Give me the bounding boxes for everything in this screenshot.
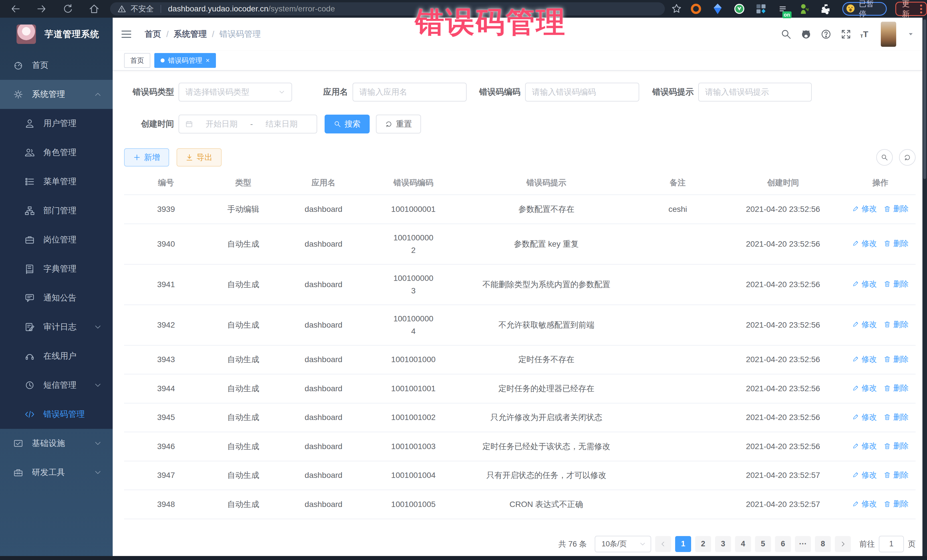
orange-ring-extension-icon[interactable] (690, 3, 702, 15)
edit-link[interactable]: 修改 (852, 237, 877, 250)
sidebar-item-5[interactable]: 部门管理 (0, 196, 112, 225)
sidebar-item-8[interactable]: 通知公告 (0, 284, 112, 313)
breadcrumb-item[interactable]: 错误码管理 (219, 29, 261, 40)
reset-button[interactable]: 重置 (376, 115, 421, 134)
breadcrumb: 首页/系统管理/错误码管理 (144, 29, 261, 40)
sidebar-item-1[interactable]: 系统管理 (0, 80, 112, 109)
tab-active[interactable]: 错误码管理× (154, 53, 216, 68)
date-range-picker[interactable]: 开始日期 - 结束日期 (179, 115, 317, 134)
edit-link[interactable]: 修改 (852, 498, 877, 510)
sidebar-item-12[interactable]: 错误码管理 (0, 400, 112, 429)
breadcrumb-item[interactable]: 首页 (144, 29, 161, 40)
vue-devtools-extension-icon[interactable] (733, 3, 745, 15)
delete-link[interactable]: 删除 (884, 278, 909, 290)
export-button[interactable]: 导出 (176, 148, 222, 167)
update-button[interactable]: 更新 (895, 2, 927, 16)
page-button-2[interactable]: 2 (695, 536, 711, 552)
delete-link[interactable]: 删除 (884, 353, 909, 366)
delete-link[interactable]: 删除 (884, 202, 909, 215)
delete-link[interactable]: 删除 (884, 237, 909, 250)
error-code-input[interactable]: 请输入错误码编码 (525, 83, 639, 102)
chevron-down-icon[interactable] (907, 30, 915, 38)
goto-page-input[interactable] (879, 536, 904, 552)
edit-link[interactable]: 修改 (852, 318, 877, 331)
sidebar-item-label: 岗位管理 (43, 234, 76, 246)
help-icon[interactable] (820, 29, 832, 40)
column-header: 备注 (635, 171, 721, 195)
delete-link[interactable]: 删除 (884, 469, 909, 481)
sidebar-item-label: 菜单管理 (43, 176, 76, 187)
grid-extension-icon[interactable] (755, 3, 767, 15)
blue-gem-extension-icon[interactable] (712, 3, 723, 15)
browser-menu-dots-icon[interactable] (920, 5, 922, 14)
page-button-1[interactable]: 1 (675, 536, 691, 552)
show-search-button[interactable] (876, 149, 893, 165)
close-icon[interactable]: × (206, 56, 210, 64)
sidebar-item-0[interactable]: 首页 (0, 51, 112, 80)
next-page-button[interactable] (835, 536, 851, 552)
tab-view[interactable]: 首页 (124, 53, 150, 68)
github-icon[interactable] (800, 29, 812, 40)
bookmark-star-icon[interactable] (671, 3, 682, 15)
edit-link[interactable]: 修改 (852, 202, 877, 215)
sidebar-item-13[interactable]: 基础设施 (0, 429, 112, 458)
browser-scrollbar[interactable] (922, 18, 927, 560)
error-tip-input[interactable]: 请输入错误码提示 (698, 83, 812, 102)
page-button-···[interactable]: ··· (795, 536, 811, 552)
delete-link[interactable]: 删除 (884, 318, 909, 331)
error-type-select[interactable]: 请选择错误码类型 (179, 83, 292, 102)
list-extension-icon[interactable]: on (777, 3, 789, 15)
sidebar-item-4[interactable]: 菜单管理 (0, 167, 112, 196)
sidebar-item-11[interactable]: 短信管理 (0, 371, 112, 400)
edit-link[interactable]: 修改 (852, 353, 877, 366)
page-button-4[interactable]: 4 (735, 536, 751, 552)
home-icon[interactable] (88, 3, 100, 15)
active-dot-icon (161, 58, 164, 62)
delete-link[interactable]: 删除 (884, 382, 909, 395)
green-key-extension-icon[interactable] (798, 3, 810, 15)
app-name-input[interactable]: 请输入应用名 (353, 83, 467, 102)
sidebar-item-9[interactable]: 审计日志 (0, 313, 112, 341)
edit-link[interactable]: 修改 (852, 469, 877, 481)
edit-pencil-icon (852, 385, 859, 392)
search-icon[interactable] (780, 29, 792, 40)
edit-link[interactable]: 修改 (852, 278, 877, 290)
url-bar[interactable]: 不安全 dashboard.yudao.iocoder.cn/system/er… (110, 2, 665, 15)
sidebar-item-2[interactable]: 用户管理 (0, 109, 112, 138)
scrollbar-thumb[interactable] (923, 20, 926, 179)
delete-link[interactable]: 删除 (884, 498, 909, 510)
prev-page-button[interactable] (655, 536, 671, 552)
edit-link[interactable]: 修改 (852, 382, 877, 395)
delete-link[interactable]: 删除 (884, 440, 909, 452)
sidebar-item-14[interactable]: 研发工具 (0, 458, 112, 487)
search-button[interactable]: 搜索 (325, 115, 370, 134)
refresh-table-button[interactable] (899, 149, 916, 165)
add-button[interactable]: 新增 (124, 148, 169, 167)
update-label: 更新 (902, 0, 916, 19)
breadcrumb-item[interactable]: 系统管理 (174, 29, 207, 40)
puzzle-extensions-icon[interactable] (820, 3, 832, 15)
user-avatar[interactable] (881, 22, 896, 47)
page-button-8[interactable]: 8 (815, 536, 831, 552)
profile-paused-badge[interactable]: 已暂停 (842, 2, 887, 16)
error-code-label: 错误码编码 (479, 87, 521, 98)
back-icon[interactable] (10, 3, 21, 15)
page-button-3[interactable]: 3 (715, 536, 731, 552)
notice-icon (24, 293, 35, 303)
forward-icon[interactable] (36, 3, 47, 15)
delete-link[interactable]: 删除 (884, 411, 909, 423)
edit-link[interactable]: 修改 (852, 440, 877, 452)
app-logo[interactable]: 芋道管理系统 (0, 18, 112, 51)
sidebar-item-10[interactable]: 在线用户 (0, 341, 112, 371)
collapse-menu-icon[interactable] (120, 28, 133, 41)
font-size-icon[interactable]: тT (860, 30, 868, 38)
sidebar-item-6[interactable]: 岗位管理 (0, 225, 112, 254)
edit-link[interactable]: 修改 (852, 411, 877, 423)
sidebar-item-7[interactable]: 字典管理 (0, 254, 112, 284)
page-button-6[interactable]: 6 (775, 536, 791, 552)
page-button-5[interactable]: 5 (755, 536, 771, 552)
sidebar-item-3[interactable]: 角色管理 (0, 138, 112, 167)
fullscreen-icon[interactable] (840, 29, 852, 40)
reload-icon[interactable] (62, 3, 74, 15)
page-size-select[interactable]: 10条/页 (595, 536, 651, 552)
